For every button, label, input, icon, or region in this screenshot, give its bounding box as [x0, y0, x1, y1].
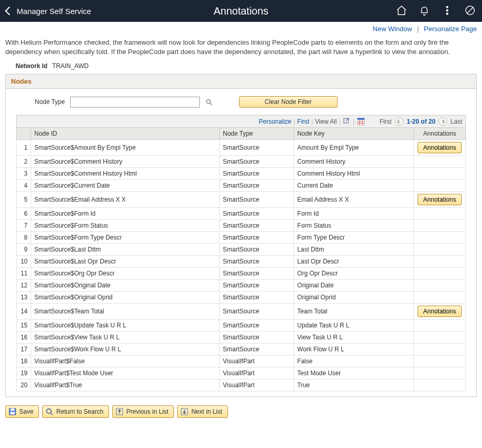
- annotations-button[interactable]: Annotations: [418, 194, 462, 205]
- section-title: Nodes: [6, 74, 476, 89]
- annotations-button[interactable]: Annotations: [418, 142, 462, 153]
- lookup-icon[interactable]: [205, 98, 213, 106]
- row-num: 9: [17, 244, 31, 256]
- row-num: 16: [17, 332, 31, 344]
- nav-prev-icon[interactable]: [395, 117, 404, 126]
- bell-icon[interactable]: [419, 5, 430, 18]
- svg-point-11: [47, 409, 51, 414]
- cell-node-key: Form Status: [294, 220, 414, 232]
- arrow-down-icon: [181, 408, 188, 415]
- row-num: 14: [17, 304, 31, 320]
- cell-annotations: [414, 332, 466, 344]
- cell-annotations: Annotations: [414, 140, 466, 156]
- cell-node-id: SmartSource$Email Address X X: [31, 192, 220, 208]
- compass-icon[interactable]: [464, 5, 476, 18]
- row-num: 15: [17, 320, 31, 332]
- kebab-menu-icon[interactable]: [441, 5, 453, 18]
- table-row: 3SmartSource$Comment History HtmlSmartSo…: [17, 168, 466, 180]
- cell-node-type: SmartSource: [220, 220, 294, 232]
- cell-annotations: [414, 180, 466, 192]
- col-node-type[interactable]: Node Type: [220, 128, 294, 140]
- next-in-list-button[interactable]: Next in List: [177, 405, 227, 418]
- row-num: 17: [17, 344, 31, 355]
- cell-node-type: VisualIfPart: [220, 367, 294, 379]
- row-num: 7: [17, 220, 31, 232]
- cell-node-key: Form Id: [294, 208, 414, 220]
- home-icon[interactable]: [396, 5, 407, 18]
- spreadsheet-icon[interactable]: [357, 117, 365, 126]
- svg-point-1: [447, 9, 448, 11]
- find-link[interactable]: Find: [297, 118, 309, 125]
- row-num: 19: [17, 367, 31, 379]
- cell-node-key: Update Task U R L: [294, 320, 414, 332]
- cell-node-type: SmartSource: [220, 192, 294, 208]
- cell-node-key: True: [294, 379, 414, 391]
- cell-node-key: Work Flow U R L: [294, 344, 414, 355]
- intro-text: With Helium Performance checked, the fra…: [0, 33, 482, 59]
- node-type-input[interactable]: [70, 97, 200, 108]
- cell-node-key: Comment History Html: [294, 168, 414, 180]
- annotations-button[interactable]: Annotations: [418, 306, 462, 317]
- cell-node-key: Last Opr Descr: [294, 256, 414, 268]
- previous-in-list-button[interactable]: Previous in List: [112, 405, 174, 418]
- back-button[interactable]: Manager Self Service: [6, 7, 91, 16]
- view-all-link[interactable]: View All: [315, 118, 337, 125]
- save-button[interactable]: Save: [5, 405, 39, 418]
- cell-node-key: Test Mode User: [294, 367, 414, 379]
- svg-point-0: [447, 6, 448, 8]
- cell-node-type: SmartSource: [220, 232, 294, 244]
- cell-node-id: VisualIfPart$True: [31, 379, 220, 391]
- nav-last[interactable]: Last: [450, 118, 462, 125]
- return-label: Return to Search: [56, 408, 103, 415]
- personalize-link[interactable]: Personalize: [259, 118, 291, 125]
- row-num: 20: [17, 379, 31, 391]
- cell-node-type: VisualIfPart: [220, 355, 294, 367]
- row-num: 1: [17, 140, 31, 156]
- return-to-search-button[interactable]: Return to Search: [42, 405, 109, 418]
- network-id-value: TRAIN_AWD: [52, 62, 88, 70]
- cell-annotations: Annotations: [414, 304, 466, 320]
- cell-annotations: [414, 168, 466, 180]
- cell-node-id: SmartSource$Form Id: [31, 208, 220, 220]
- clear-node-filter-button[interactable]: Clear Node Filter: [239, 96, 338, 108]
- cell-node-type: SmartSource: [220, 332, 294, 344]
- col-annotations[interactable]: Annotations: [414, 128, 466, 140]
- cell-node-id: SmartSource$Work Flow U R L: [31, 344, 220, 355]
- cell-node-type: VisualIfPart: [220, 379, 294, 391]
- new-window-link[interactable]: New Window: [373, 25, 412, 33]
- footer-actions: Save Return to Search Previous in List N…: [0, 399, 482, 424]
- col-num: [17, 128, 31, 140]
- cell-node-id: SmartSource$Amount By Empl Type: [31, 140, 220, 156]
- cell-node-key: Email Address X X: [294, 192, 414, 208]
- cell-node-key: Original Oprid: [294, 292, 414, 304]
- search-icon: [46, 408, 53, 415]
- node-type-filter-row: Node Type Clear Node Filter: [35, 96, 466, 108]
- zoom-grid-icon[interactable]: [343, 117, 351, 126]
- table-row: 11SmartSource$Org Opr DescrSmartSourceOr…: [17, 268, 466, 280]
- network-id-label: Network Id: [16, 62, 47, 70]
- nav-first[interactable]: First: [380, 118, 392, 125]
- cell-annotations: [414, 232, 466, 244]
- cell-node-type: SmartSource: [220, 140, 294, 156]
- table-row: 5SmartSource$Email Address X XSmartSourc…: [17, 192, 466, 208]
- cell-annotations: [414, 156, 466, 168]
- table-row: 6SmartSource$Form IdSmartSourceForm Id: [17, 208, 466, 220]
- cell-node-type: SmartSource: [220, 344, 294, 355]
- cell-node-key: Comment History: [294, 156, 414, 168]
- cell-annotations: [414, 320, 466, 332]
- network-id-row: Network Id TRAIN_AWD: [0, 59, 482, 72]
- col-node-id[interactable]: Node ID: [31, 128, 220, 140]
- cell-node-type: SmartSource: [220, 168, 294, 180]
- cell-node-key: View Task U R L: [294, 332, 414, 344]
- cell-node-type: SmartSource: [220, 156, 294, 168]
- nav-next-icon[interactable]: [438, 117, 447, 126]
- cell-node-type: SmartSource: [220, 268, 294, 280]
- col-node-key[interactable]: Node Key: [294, 128, 414, 140]
- cell-node-key: Original Date: [294, 280, 414, 292]
- cell-annotations: [414, 244, 466, 256]
- personalize-page-link[interactable]: Personalize Page: [424, 25, 477, 33]
- cell-annotations: [414, 256, 466, 268]
- cell-node-key: Last Dttm: [294, 244, 414, 256]
- svg-rect-10: [10, 412, 15, 414]
- cell-node-type: SmartSource: [220, 320, 294, 332]
